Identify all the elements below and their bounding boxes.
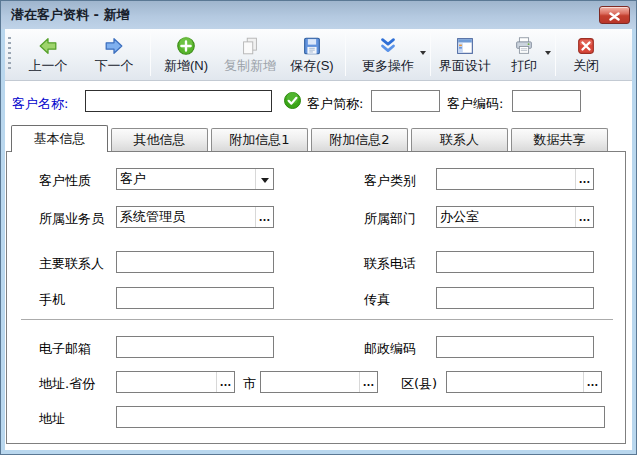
close-x-icon	[575, 33, 597, 58]
postal-code-label: 邮政编码	[364, 340, 416, 358]
toolbar-separator	[345, 33, 346, 76]
copy-new-label: 复制新增	[224, 58, 276, 74]
customer-category-ellipsis-button[interactable]: …	[575, 169, 593, 189]
combo-arrow-icon	[261, 178, 269, 183]
customer-short-name-label: 客户简称:	[307, 95, 363, 113]
previous-button[interactable]: 上一个	[15, 29, 81, 80]
city-field[interactable]: …	[260, 371, 378, 393]
main-contact-label: 主要联系人	[39, 255, 104, 273]
print-label: 打印	[511, 58, 537, 74]
save-icon	[301, 33, 323, 58]
arrow-left-icon	[37, 33, 59, 58]
save-label: 保存(S)	[290, 58, 333, 74]
address-label: 地址	[39, 410, 65, 428]
address-input[interactable]	[116, 406, 605, 428]
customer-code-label: 客户编码:	[447, 95, 503, 113]
customer-name-label: 客户名称:	[12, 95, 68, 113]
next-label: 下一个	[95, 58, 134, 74]
province-ellipsis-button[interactable]: …	[216, 372, 234, 392]
district-ellipsis-button[interactable]: …	[583, 372, 601, 392]
toolbar: 上一个 下一个 新增(N) 复制新增	[5, 29, 632, 81]
arrow-right-icon	[103, 33, 125, 58]
fax-label: 传真	[364, 291, 390, 309]
department-input[interactable]	[437, 207, 575, 227]
customer-name-input[interactable]	[85, 90, 272, 112]
close-button[interactable]: 关闭	[559, 29, 613, 80]
ui-design-label: 界面设计	[439, 58, 491, 74]
phone-label: 联系电话	[364, 255, 416, 273]
salesman-input[interactable]	[117, 207, 255, 227]
customer-short-name-input[interactable]	[371, 90, 440, 112]
tab-extra-info-2[interactable]: 附加信息2	[311, 128, 408, 151]
main-contact-input[interactable]	[116, 251, 274, 273]
tab-contacts[interactable]: 联系人	[411, 128, 508, 151]
double-chevron-down-icon	[377, 33, 399, 58]
dropdown-caret-icon	[545, 51, 551, 55]
province-field[interactable]: …	[116, 371, 235, 393]
titlebar: 潜在客户资料 - 新增	[1, 1, 636, 29]
ui-design-button[interactable]: 界面设计	[434, 29, 496, 80]
copy-new-button: 复制新增	[218, 29, 282, 80]
window-close-button[interactable]	[599, 6, 630, 24]
printer-icon	[513, 33, 535, 58]
tab-basic-info[interactable]: 基本信息	[11, 125, 108, 152]
tab-data-sharing[interactable]: 数据共享	[511, 128, 608, 151]
copy-icon	[239, 33, 261, 58]
toolbar-separator	[555, 33, 556, 76]
customer-category-field[interactable]: …	[436, 168, 594, 190]
dialog-window: 潜在客户资料 - 新增 上一个 下一个	[0, 0, 637, 455]
department-ellipsis-button[interactable]: …	[575, 207, 593, 227]
city-input[interactable]	[261, 372, 359, 392]
more-actions-button[interactable]: 更多操作	[349, 29, 427, 80]
valid-check-icon	[284, 92, 301, 113]
dialog-body: 上一个 下一个 新增(N) 复制新增	[1, 29, 636, 454]
customer-nature-dropdown-button[interactable]	[255, 169, 273, 189]
customer-nature-input[interactable]	[117, 169, 255, 189]
mobile-label: 手机	[39, 291, 65, 309]
toolbar-separator	[430, 33, 431, 76]
toolbar-separator	[150, 33, 151, 76]
more-actions-label: 更多操作	[362, 58, 414, 74]
next-button[interactable]: 下一个	[81, 29, 147, 80]
window-layout-icon	[454, 33, 476, 58]
tab-strip: 基本信息 其他信息 附加信息1 附加信息2 联系人 数据共享	[11, 125, 626, 151]
new-button[interactable]: 新增(N)	[154, 29, 218, 80]
close-label: 关闭	[573, 58, 599, 74]
tab-extra-info-1[interactable]: 附加信息1	[211, 128, 308, 151]
district-label: 区(县)	[401, 375, 437, 393]
salesman-field[interactable]: …	[116, 206, 274, 228]
district-field[interactable]: …	[446, 371, 602, 393]
mobile-input[interactable]	[116, 287, 274, 309]
window-title: 潜在客户资料 - 新增	[11, 6, 129, 24]
close-x-icon	[609, 6, 620, 25]
customer-nature-label: 客户性质	[39, 172, 91, 190]
basic-info-panel: 客户性质 客户类别 … 所属业务员 … 所属部门 … 主要联系人	[6, 151, 626, 444]
customer-nature-combobox[interactable]	[116, 168, 274, 190]
department-field[interactable]: …	[436, 206, 594, 228]
department-label: 所属部门	[364, 210, 416, 228]
customer-category-input[interactable]	[437, 169, 575, 189]
print-button[interactable]: 打印	[496, 29, 552, 80]
dropdown-caret-icon	[420, 51, 426, 55]
salesman-label: 所属业务员	[39, 210, 104, 228]
email-input[interactable]	[116, 336, 274, 358]
salesman-ellipsis-button[interactable]: …	[255, 207, 273, 227]
form-section-divider	[21, 319, 613, 320]
city-ellipsis-button[interactable]: …	[359, 372, 377, 392]
postal-code-input[interactable]	[436, 336, 594, 358]
province-input[interactable]	[117, 372, 216, 392]
new-label: 新增(N)	[164, 58, 208, 74]
add-icon	[175, 33, 197, 58]
customer-category-label: 客户类别	[364, 172, 416, 190]
province-label: 地址.省份	[39, 375, 95, 393]
customer-code-input[interactable]	[512, 90, 581, 112]
save-button[interactable]: 保存(S)	[282, 29, 342, 80]
previous-label: 上一个	[29, 58, 68, 74]
district-input[interactable]	[447, 372, 583, 392]
email-label: 电子邮箱	[39, 340, 91, 358]
fax-input[interactable]	[436, 287, 594, 309]
phone-input[interactable]	[436, 251, 594, 273]
tab-other-info[interactable]: 其他信息	[111, 128, 208, 151]
city-label: 市	[243, 375, 256, 393]
